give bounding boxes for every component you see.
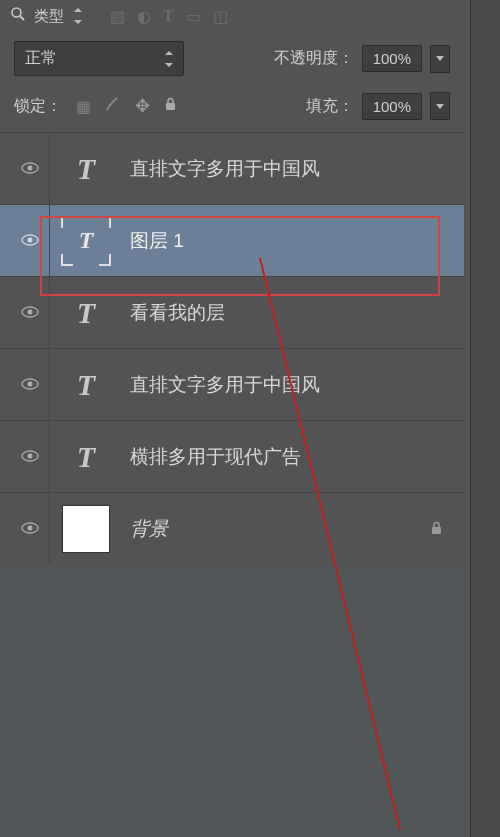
layer-name[interactable]: 看看我的层 xyxy=(130,300,454,326)
filter-shape-icon[interactable]: ▭ xyxy=(186,7,201,26)
search-icon xyxy=(10,6,26,27)
svg-line-1 xyxy=(20,16,24,20)
layer-name[interactable]: 直排文字多用于中国风 xyxy=(130,372,454,398)
text-layer-thumb: T xyxy=(77,440,95,474)
filter-icons: ▧ ◐ T ▭ ◫ xyxy=(110,7,228,26)
chevron-down-icon xyxy=(74,10,82,24)
layer-name[interactable]: 背景 xyxy=(130,516,418,542)
svg-point-14 xyxy=(27,525,32,530)
fill-stepper[interactable] xyxy=(430,92,450,120)
filter-image-icon[interactable]: ▧ xyxy=(110,7,125,26)
layer-row[interactable]: 背景 xyxy=(0,492,464,564)
lock-move-icon[interactable]: ✥ xyxy=(135,95,150,117)
svg-point-10 xyxy=(27,381,32,386)
lock-label: 锁定： xyxy=(14,96,62,117)
svg-point-12 xyxy=(27,453,32,458)
layer-row[interactable]: T 直排文字多用于中国风 xyxy=(0,132,464,204)
layer-name[interactable]: 横排多用于现代广告 xyxy=(130,444,454,470)
layer-row[interactable]: T 横排多用于现代广告 xyxy=(0,420,464,492)
lock-row: 锁定： ▦ ✥ 填充： 100% xyxy=(0,84,464,128)
svg-rect-15 xyxy=(432,527,441,534)
right-dock-strip xyxy=(470,0,500,837)
blend-row: 正常 不透明度： 100% xyxy=(0,33,464,84)
svg-point-8 xyxy=(27,309,32,314)
filter-text-icon[interactable]: T xyxy=(163,7,174,26)
fill-label: 填充： xyxy=(306,96,354,117)
layer-name[interactable]: 图层 1 xyxy=(130,228,454,254)
lock-all-icon[interactable] xyxy=(164,97,177,116)
layer-row[interactable]: T 直排文字多用于中国风 xyxy=(0,348,464,420)
eye-icon[interactable] xyxy=(21,305,39,321)
opacity-value[interactable]: 100% xyxy=(362,45,422,72)
text-layer-thumb: T xyxy=(77,152,95,186)
filter-smart-icon[interactable]: ◫ xyxy=(213,7,228,26)
text-layer-thumb: T xyxy=(77,368,95,402)
lock-brush-icon[interactable] xyxy=(105,96,121,116)
chevron-updown-icon xyxy=(165,53,173,65)
eye-icon[interactable] xyxy=(21,449,39,465)
text-layer-thumb: T xyxy=(77,296,95,330)
layer-name[interactable]: 直排文字多用于中国风 xyxy=(130,156,454,182)
fill-value[interactable]: 100% xyxy=(362,93,422,120)
text-layer-thumb-selected: T xyxy=(61,216,111,266)
svg-point-4 xyxy=(27,165,32,170)
layers-list: T 直排文字多用于中国风 T 图层 1 T 看看我的层 xyxy=(0,128,464,564)
eye-icon[interactable] xyxy=(21,521,39,537)
svg-point-0 xyxy=(12,8,21,17)
blend-mode-value: 正常 xyxy=(25,48,57,69)
filter-type-label[interactable]: 类型 xyxy=(34,7,64,26)
eye-icon[interactable] xyxy=(21,377,39,393)
background-thumb xyxy=(62,505,110,553)
eye-icon[interactable] xyxy=(21,161,39,177)
blend-mode-dropdown[interactable]: 正常 xyxy=(14,41,184,76)
layer-row[interactable]: T 图层 1 xyxy=(0,204,464,276)
opacity-stepper[interactable] xyxy=(430,45,450,73)
opacity-label: 不透明度： xyxy=(274,48,354,69)
svg-point-6 xyxy=(27,237,32,242)
filter-adjust-icon[interactable]: ◐ xyxy=(137,7,151,26)
layer-row[interactable]: T 看看我的层 xyxy=(0,276,464,348)
svg-rect-2 xyxy=(166,103,175,110)
lock-transparency-icon[interactable]: ▦ xyxy=(76,97,91,116)
lock-icons-group: ▦ ✥ xyxy=(76,95,177,117)
layer-filter-bar: 类型 ▧ ◐ T ▭ ◫ xyxy=(0,0,464,33)
eye-icon[interactable] xyxy=(21,233,39,249)
lock-icon xyxy=(418,521,454,536)
